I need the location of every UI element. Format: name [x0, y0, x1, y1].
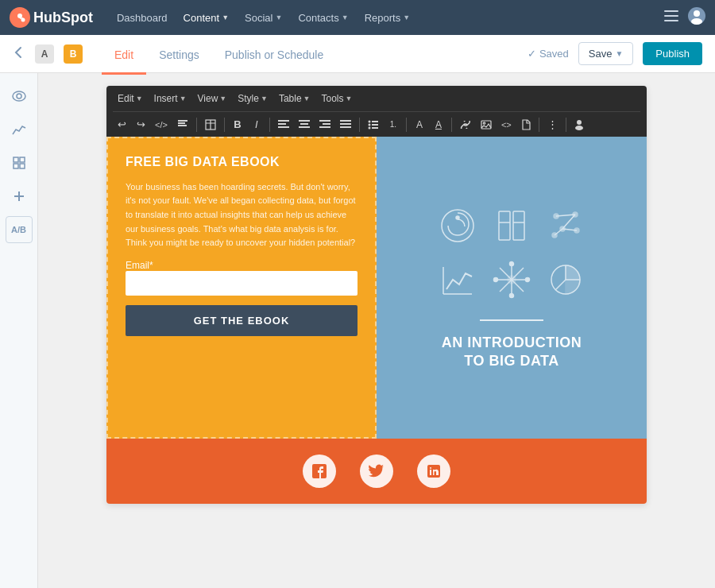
code-button[interactable]: </>	[151, 118, 172, 132]
toolbar-sep-2	[224, 118, 225, 132]
justify-button[interactable]	[336, 118, 355, 132]
embed-button[interactable]: <>	[497, 118, 516, 132]
nav-dashboard[interactable]: Dashboard	[117, 12, 168, 24]
toolbar-sep-1	[196, 118, 197, 132]
align-right-button[interactable]	[315, 118, 334, 132]
toolbar-sep-8	[566, 118, 566, 132]
svg-rect-17	[178, 120, 187, 122]
svg-point-0	[17, 14, 22, 18]
editor-wrapper: Edit ▼ Insert ▼ View ▼ Style ▼ Table ▼ T…	[106, 86, 647, 504]
top-navigation: HubSpot Dashboard Content ▼ Social ▼ Con…	[0, 0, 715, 35]
logo-icon	[10, 7, 30, 28]
ebook-title: FREE BIG DATA EBOOK	[126, 154, 358, 171]
svg-rect-14	[20, 164, 25, 168]
file-button[interactable]	[517, 117, 535, 133]
facebook-icon[interactable]	[303, 455, 336, 488]
svg-point-68	[510, 293, 514, 297]
svg-point-37	[368, 123, 370, 126]
image-button[interactable]	[477, 118, 496, 132]
menu-style[interactable]: Style ▼	[233, 91, 272, 106]
toolbar-buttons-row: ↩ ↪ </> B	[113, 112, 640, 137]
font-color-button[interactable]: A	[411, 117, 428, 133]
svg-rect-27	[300, 123, 308, 125]
link-button[interactable]	[456, 118, 475, 131]
svg-line-57	[562, 215, 575, 229]
bold-button[interactable]: B	[229, 116, 246, 133]
menu-insert[interactable]: Insert ▼	[149, 91, 191, 106]
svg-rect-24	[278, 123, 286, 125]
more-button[interactable]: ⋮	[543, 116, 562, 133]
panel-divider	[480, 319, 543, 321]
email-input[interactable]	[126, 271, 358, 296]
reports-caret: ▼	[403, 14, 410, 21]
nav-social[interactable]: Social ▼	[245, 12, 282, 24]
contacts-caret: ▼	[342, 14, 349, 21]
svg-point-9	[13, 91, 25, 101]
svg-rect-13	[14, 164, 18, 168]
menu-edit[interactable]: Edit ▼	[113, 91, 148, 106]
user-avatar-icon[interactable]	[688, 7, 705, 28]
data-icon-book	[491, 205, 532, 246]
align-left-button[interactable]	[274, 118, 293, 132]
person-button[interactable]	[570, 117, 588, 133]
align-center-button[interactable]	[295, 118, 314, 132]
linkedin-icon[interactable]	[417, 455, 450, 488]
svg-rect-47	[499, 211, 510, 240]
email-form: Email*	[126, 260, 358, 296]
italic-button[interactable]: I	[248, 116, 265, 133]
toolbar-sep-4	[359, 118, 360, 132]
data-icon-spiral	[437, 205, 478, 246]
tab-publish[interactable]: Publish or Schedule	[212, 37, 337, 75]
undo-button[interactable]: ↩	[113, 116, 130, 133]
svg-rect-40	[372, 127, 378, 129]
tab-edit[interactable]: Edit	[102, 37, 146, 75]
data-icon-cluster	[491, 259, 532, 300]
svg-rect-31	[319, 126, 330, 128]
save-button[interactable]: Save ▼	[578, 42, 634, 65]
twitter-icon[interactable]	[360, 455, 393, 488]
menu-tools[interactable]: Tools ▼	[316, 91, 357, 106]
tab-settings[interactable]: Settings	[146, 37, 212, 75]
sidebar-add-icon[interactable]	[6, 183, 33, 210]
nav-reports[interactable]: Reports ▼	[365, 12, 410, 24]
version-a-badge[interactable]: A	[35, 44, 54, 64]
data-icon-network	[545, 205, 586, 246]
redo-button[interactable]: ↪	[132, 116, 149, 133]
menu-view[interactable]: View ▼	[193, 91, 232, 106]
left-content-panel[interactable]: FREE BIG DATA EBOOK Your business has be…	[106, 137, 377, 439]
data-icon-linechart	[437, 259, 478, 300]
ebook-description: Your business has been hoarding secrets.…	[126, 180, 358, 250]
svg-rect-32	[340, 120, 351, 122]
toolbar-sep-5	[406, 118, 407, 132]
nav-content[interactable]: Content ▼	[184, 12, 229, 24]
sidebar-preview-icon[interactable]	[6, 83, 33, 110]
content-caret: ▼	[222, 14, 229, 21]
ordered-list-button[interactable]: 1.	[385, 118, 402, 131]
svg-rect-19	[178, 125, 187, 126]
sidebar-ab-test-icon[interactable]: A/B	[6, 216, 33, 243]
intro-title: AN INTRODUCTION TO BIG DATA	[442, 334, 582, 371]
svg-line-59	[555, 229, 562, 235]
toolbar-menu-row: Edit ▼ Insert ▼ View ▼ Style ▼ Table ▼ T…	[113, 86, 640, 112]
content-area: FREE BIG DATA EBOOK Your business has be…	[106, 137, 647, 439]
hamburger-icon[interactable]	[664, 10, 678, 25]
sidebar-analytics-icon[interactable]	[6, 116, 33, 143]
right-content-panel: AN INTRODUCTION TO BIG DATA	[377, 137, 647, 439]
svg-point-69	[494, 277, 498, 281]
tab-group: Edit Settings Publish or Schedule	[102, 35, 336, 72]
publish-button[interactable]: Publish	[643, 42, 702, 65]
menu-table[interactable]: Table ▼	[274, 91, 315, 106]
editor-area: Edit ▼ Insert ▼ View ▼ Style ▼ Table ▼ T…	[38, 73, 715, 588]
version-b-badge[interactable]: B	[64, 44, 83, 64]
sidebar-modules-icon[interactable]	[6, 149, 33, 176]
insert-table-button[interactable]	[201, 117, 220, 133]
get-ebook-button[interactable]: GET THE EBOOK	[126, 305, 358, 336]
toolbar-sep-7	[539, 118, 539, 132]
unordered-list-button[interactable]	[364, 118, 383, 132]
nav-contacts[interactable]: Contacts ▼	[298, 12, 348, 24]
format-button[interactable]	[173, 117, 192, 133]
svg-rect-25	[278, 126, 289, 128]
font-bg-button[interactable]: A	[430, 117, 447, 133]
back-button[interactable]	[13, 46, 25, 62]
svg-point-35	[368, 120, 370, 122]
